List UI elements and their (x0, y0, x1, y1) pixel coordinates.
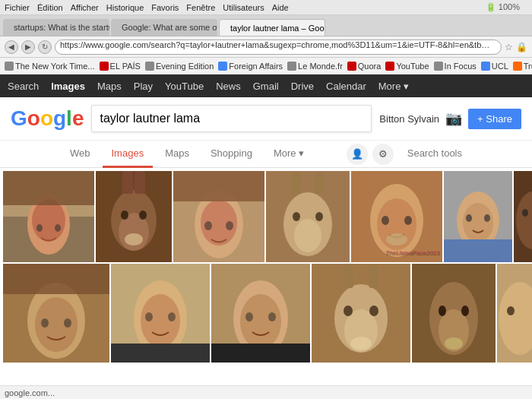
bm-infocus[interactable]: In Focus (434, 62, 477, 71)
svg-point-25 (315, 212, 323, 221)
svg-point-31 (382, 216, 389, 225)
watermark-text: TheLlamaFace2013 (385, 249, 439, 256)
address-bar: ◀ ▶ ↻ https://www.google.com/search?q=ta… (0, 36, 532, 58)
svg-rect-18 (173, 171, 264, 201)
image-cell[interactable] (3, 171, 94, 262)
image-cell[interactable] (266, 171, 350, 262)
image-cell[interactable] (211, 264, 310, 363)
image-cell[interactable] (111, 264, 210, 363)
gnav-gmail[interactable]: Gmail (253, 81, 279, 92)
bm-truthdig[interactable]: Truthdig: Drilling B... (513, 62, 532, 71)
bookmarks-bar: The New York Time... EL PAÍS Evening Edi… (0, 58, 532, 74)
svg-point-37 (466, 214, 472, 222)
bm-foreign-icon (218, 62, 227, 71)
url-input[interactable]: https://www.google.com/search?q=taylor+l… (55, 40, 502, 55)
svg-point-65 (369, 306, 378, 316)
back-button[interactable]: ◀ (5, 40, 18, 54)
svg-point-47 (41, 318, 49, 328)
settings-icon[interactable]: ⚙ (372, 144, 394, 165)
bm-quora-icon (347, 62, 356, 71)
tab-startups[interactable]: startups: What is the startu... (3, 19, 109, 36)
tab-taylor[interactable]: taylor lautner lama – Google ... (219, 19, 325, 36)
gnav-drive[interactable]: Drive (291, 81, 314, 92)
menu-aide[interactable]: Aide (272, 3, 289, 12)
svg-point-64 (344, 306, 353, 316)
svg-point-38 (484, 214, 490, 222)
gnav-play[interactable]: Play (134, 81, 153, 92)
image-cell[interactable] (444, 171, 512, 262)
image-cell[interactable] (173, 171, 264, 262)
bm-ucl[interactable]: UCL (481, 62, 508, 71)
svg-point-59 (268, 312, 276, 321)
forward-button[interactable]: ▶ (21, 40, 35, 54)
image-cell[interactable] (412, 264, 496, 363)
image-cell[interactable] (497, 264, 532, 363)
image-cell[interactable] (3, 264, 109, 363)
svg-rect-46 (3, 264, 109, 294)
status-bar: google.com... (0, 385, 532, 399)
gnav-news[interactable]: News (216, 81, 241, 92)
svg-point-23 (294, 219, 321, 252)
image-cell[interactable] (514, 171, 532, 262)
bm-quora[interactable]: Quora (347, 62, 382, 71)
menu-favoris[interactable]: Favoris (151, 3, 179, 12)
svg-point-77 (507, 306, 515, 315)
svg-point-53 (168, 312, 176, 321)
tab-google-what[interactable]: Google: What are some of th... (111, 19, 217, 36)
gnav-search[interactable]: Search (8, 81, 39, 92)
image-cell[interactable] (312, 264, 410, 363)
svg-rect-27 (315, 173, 324, 194)
tab-maps[interactable]: Maps (156, 141, 198, 168)
share-button[interactable]: + Share (468, 109, 521, 129)
image-cell[interactable] (96, 171, 172, 262)
svg-rect-12 (122, 171, 133, 194)
svg-rect-54 (111, 344, 210, 363)
search-input[interactable] (91, 105, 372, 132)
bm-lemonde[interactable]: Le Monde.fr (287, 62, 343, 71)
gnav-maps[interactable]: Maps (97, 81, 122, 92)
search-area: Google Bitton Sylvain 📷 + Share (0, 97, 532, 141)
bm-foreign[interactable]: Foreign Affairs (218, 62, 283, 71)
addr-icons: ☆ 🔒 (505, 42, 527, 52)
menu-fichier[interactable]: Fichier (5, 3, 30, 12)
svg-point-68 (350, 337, 372, 350)
svg-point-48 (64, 318, 71, 328)
search-right: Bitton Sylvain 📷 + Share (379, 109, 521, 129)
gnav-youtube[interactable]: YouTube (165, 81, 204, 92)
search-tabs: Web Images Maps Shopping More ▾ 👤 ⚙ Sear… (0, 141, 532, 168)
bm-evening-icon (145, 62, 154, 71)
menu-fenetre[interactable]: Fenêtre (186, 3, 215, 12)
svg-point-14 (125, 233, 143, 245)
google-logo: Google (11, 106, 84, 131)
gnav-more[interactable]: More ▾ (378, 81, 409, 92)
tab-more[interactable]: More ▾ (264, 141, 313, 168)
gnav-calendar[interactable]: Calendar (326, 81, 366, 92)
bm-nytimes-icon (5, 62, 14, 71)
camera-icon[interactable]: 📷 (445, 110, 462, 127)
bm-evening[interactable]: Evening Edition (145, 62, 214, 71)
svg-point-33 (386, 233, 407, 245)
bm-nytimes[interactable]: The New York Time... (5, 62, 95, 71)
svg-point-74 (445, 337, 463, 350)
menu-historique[interactable]: Historique (106, 3, 144, 12)
bm-elpais[interactable]: EL PAÍS (100, 62, 141, 71)
svg-point-5 (36, 224, 43, 232)
bm-youtube[interactable]: YouTube (385, 62, 429, 71)
menu-utilisateurs[interactable]: Utilisateurs (223, 3, 264, 12)
star-icon[interactable]: ☆ (505, 42, 513, 52)
svg-rect-66 (344, 265, 353, 288)
tab-images[interactable]: Images (103, 141, 154, 168)
tab-search-tools[interactable]: Search tools (398, 141, 471, 168)
svg-point-6 (55, 224, 61, 232)
tab-shopping[interactable]: Shopping (201, 141, 261, 168)
user-name: Bitton Sylvain (379, 113, 439, 125)
gnav-images[interactable]: Images (51, 81, 85, 92)
refresh-button[interactable]: ↻ (38, 40, 52, 54)
menu-afficher[interactable]: Afficher (71, 3, 99, 12)
profile-icon[interactable]: 👤 (347, 144, 368, 165)
svg-point-36 (463, 203, 493, 242)
svg-point-51 (141, 294, 180, 347)
menu-edition[interactable]: Édition (37, 3, 63, 12)
image-cell[interactable]: TheLlamaFace2013 (351, 171, 442, 262)
tab-web[interactable]: Web (61, 141, 100, 168)
